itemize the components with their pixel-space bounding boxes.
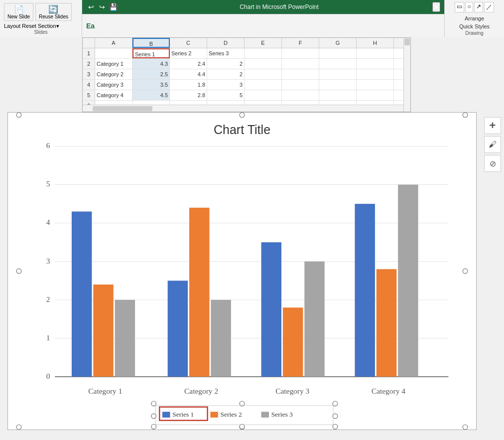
ribbon-title-bar: ↩ ↪ 💾 Chart in Microsoft PowerPoint ✕ (82, 0, 444, 14)
cell-d3[interactable]: 2 (207, 69, 245, 79)
cell-e1[interactable] (245, 48, 282, 58)
legend-handle-bl[interactable] (151, 424, 156, 429)
bar-cat4-s3[interactable] (398, 185, 418, 377)
col-b[interactable]: B (132, 38, 170, 48)
vertical-scrollbar[interactable] (403, 38, 410, 112)
bar-cat3-s2[interactable] (283, 307, 303, 377)
legend-handle-tc[interactable] (240, 401, 245, 406)
save-icon-button[interactable]: 💾 (109, 2, 118, 12)
filter-button[interactable]: ⊘ (484, 155, 501, 172)
bar-cat2-s3[interactable] (211, 300, 231, 377)
x-label-cat4: Category 4 (372, 387, 405, 395)
cell-a1[interactable] (95, 48, 132, 58)
cell-f1[interactable] (282, 48, 319, 58)
cell-h1[interactable] (357, 48, 394, 58)
legend-series2-icon (210, 412, 218, 418)
x-label-cat2: Category 2 (184, 387, 218, 395)
bar-cat3-s1[interactable] (261, 242, 281, 377)
shape-arrow-icon: ↗ (474, 2, 483, 12)
cell-b3[interactable]: 2.5 (132, 69, 170, 79)
legend-series2-label: Series 2 (221, 411, 242, 418)
handle-br[interactable] (463, 425, 468, 430)
layout-button[interactable]: Layout (4, 23, 20, 29)
bar-cat1-s1[interactable] (72, 212, 92, 377)
cell-b4[interactable]: 3.5 (132, 80, 170, 90)
add-element-button[interactable]: + (484, 117, 501, 134)
col-c[interactable]: C (170, 38, 207, 48)
brush-button[interactable]: 🖌 (484, 136, 501, 153)
shape-line-icon: ／ (484, 2, 494, 12)
bar-cat2-s2[interactable] (189, 208, 209, 377)
legend-series3-label: Series 3 (271, 411, 293, 418)
cell-b2[interactable]: 4.3 (132, 59, 170, 69)
handle-ml[interactable] (16, 269, 21, 274)
cell-d1[interactable]: Series 3 (207, 48, 245, 58)
column-headers: A B C D E F G H I (83, 38, 410, 48)
legend-handle-ml[interactable] (151, 414, 156, 419)
y-label-3: 3 (46, 257, 50, 265)
cell-c1[interactable]: Series 2 (170, 48, 207, 58)
col-e[interactable]: E (245, 38, 282, 48)
cell-c5[interactable]: 2.8 (170, 90, 207, 100)
corner-cell (83, 38, 95, 48)
slides-label: Slides (4, 29, 78, 35)
col-d[interactable]: D (207, 38, 245, 48)
cell-a5[interactable]: Category 4 (95, 90, 132, 100)
y-label-1: 1 (46, 333, 50, 342)
quick-styles-button[interactable]: Quick Styles (447, 22, 502, 30)
handle-tc[interactable] (240, 113, 245, 118)
undo-button[interactable]: ↩ (86, 2, 96, 12)
ribbon-drawing-panel: ▭ ○ ↗ ／ Arrange Quick Styles Drawing (444, 0, 504, 37)
arrange-button[interactable]: Arrange (447, 14, 502, 22)
reuse-slides-button[interactable]: 🔄 Reuse Slides (35, 3, 72, 21)
cell-d4[interactable]: 3 (207, 80, 245, 90)
col-f[interactable]: F (282, 38, 319, 48)
handle-bl[interactable] (16, 425, 21, 430)
table-row: 2 Category 1 4.3 2.4 2 (83, 59, 410, 69)
ribbon-toolbar: Ea (82, 14, 444, 37)
handle-tr[interactable] (463, 113, 468, 118)
table-row: 4 Category 3 3.5 1.8 3 (83, 80, 410, 90)
table-row: 5 Category 4 4.5 2.8 5 (83, 90, 410, 101)
ribbon-slides-panel: 📄 New Slide 🔄 Reuse Slides Layout Reset … (0, 0, 82, 37)
cell-a2[interactable]: Category 1 (95, 59, 132, 69)
col-g[interactable]: G (319, 38, 357, 48)
right-toolbar: + 🖌 ⊘ (482, 117, 503, 172)
cell-c4[interactable]: 1.8 (170, 80, 207, 90)
redo-button[interactable]: ↪ (97, 2, 107, 12)
cell-a4[interactable]: Category 3 (95, 80, 132, 90)
legend-handle-tr[interactable] (333, 401, 338, 406)
cell-b1[interactable]: Series 1 (132, 48, 170, 58)
bar-cat1-s2[interactable] (93, 285, 113, 377)
section-button[interactable]: Section▾ (38, 23, 59, 29)
handle-tl[interactable] (16, 113, 21, 118)
close-button[interactable]: ✕ (432, 2, 440, 12)
cell-d2[interactable]: 2 (207, 59, 245, 69)
legend-handle-mr[interactable] (333, 414, 338, 419)
cell-g1[interactable] (319, 48, 357, 58)
bar-cat4-s1[interactable] (355, 204, 375, 377)
legend-handle-tl[interactable] (151, 401, 156, 406)
ribbon: 📄 New Slide 🔄 Reuse Slides Layout Reset … (0, 0, 504, 37)
shape-oval-icon: ○ (465, 2, 473, 12)
handle-mr[interactable] (463, 269, 468, 274)
col-a[interactable]: A (95, 38, 132, 48)
cell-c2[interactable]: 2.4 (170, 59, 207, 69)
cell-c3[interactable]: 4.4 (170, 69, 207, 79)
col-h[interactable]: H (357, 38, 394, 48)
cell-a3[interactable]: Category 2 (95, 69, 132, 79)
chart-title[interactable]: Chart Title (214, 123, 270, 137)
horizontal-scrollbar[interactable] (83, 105, 403, 112)
bar-cat1-s3[interactable] (115, 300, 135, 377)
bar-cat4-s2[interactable] (377, 269, 396, 377)
legend-handle-bc[interactable] (240, 424, 245, 429)
y-label-0: 0 (46, 372, 50, 380)
bar-cat2-s1[interactable] (168, 281, 188, 377)
cell-b5[interactable]: 4.5 (132, 90, 170, 100)
new-slide-button[interactable]: 📄 New Slide (4, 3, 33, 21)
bar-cat3-s3[interactable] (304, 262, 324, 377)
legend-handle-br[interactable] (333, 424, 338, 429)
legend-series3-icon (261, 412, 269, 418)
reset-button[interactable]: Reset (22, 23, 36, 29)
cell-d5[interactable]: 5 (207, 90, 245, 100)
